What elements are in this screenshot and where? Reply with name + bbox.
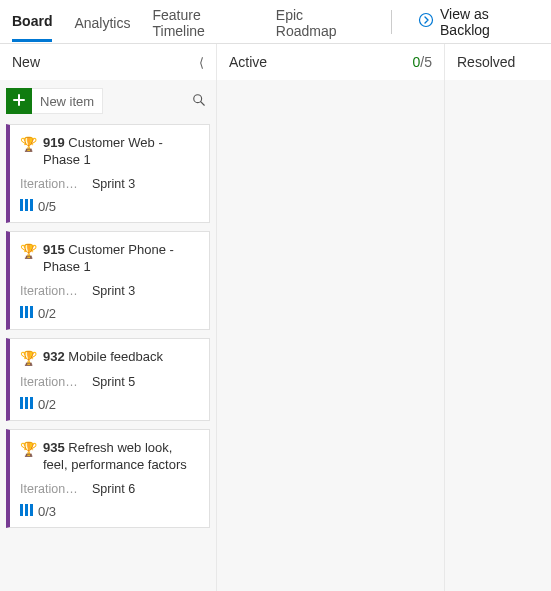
kanban-board: New ⟨ New item 🏆 9 [0,44,551,591]
svg-rect-3 [25,199,28,211]
tab-board[interactable]: Board [12,1,52,42]
work-item-card[interactable]: 🏆 915 Customer Phone - Phase 1 Iteration… [6,231,210,330]
column-active-body[interactable] [217,80,444,591]
add-item-button[interactable] [6,88,32,114]
view-as-backlog-button[interactable]: View as Backlog [418,6,539,38]
view-as-backlog-label: View as Backlog [440,6,539,38]
new-item-label[interactable]: New item [32,88,103,114]
columns-icon [20,397,34,411]
tab-divider [391,10,392,34]
search-button[interactable] [192,93,206,110]
column-new: New ⟨ New item 🏆 9 [0,44,217,591]
svg-rect-6 [25,306,28,318]
wip-indicator: 0/5 [413,54,432,70]
trophy-icon: 🏆 [20,349,37,367]
trophy-icon: 🏆 [20,242,37,260]
svg-rect-2 [20,199,23,211]
svg-rect-12 [25,504,28,516]
column-resolved-body[interactable] [445,80,551,591]
columns-icon [20,199,34,213]
column-active: Active 0/5 [217,44,445,591]
arrow-right-circle-icon [418,12,434,31]
svg-point-0 [420,14,433,27]
collapse-column-button[interactable]: ⟨ [199,55,204,70]
plus-icon [12,93,26,110]
work-item-id: 915 [43,242,65,257]
wip-limit: /5 [420,54,432,70]
iteration-label: Iteration ... [20,177,78,191]
iteration-value: Sprint 6 [92,482,135,496]
column-active-title: Active [229,54,267,70]
column-new-header: New ⟨ [0,44,216,80]
svg-rect-9 [25,397,28,409]
tab-analytics[interactable]: Analytics [74,3,130,41]
work-item-card[interactable]: 🏆 935 Refresh web look, feel, performanc… [6,429,210,528]
new-item-row: New item [6,86,210,116]
iteration-value: Sprint 3 [92,177,135,191]
work-item-card[interactable]: 🏆 932 Mobile feedback Iteration ... Spri… [6,338,210,421]
progress-count: 0/2 [38,306,56,321]
work-item-id: 919 [43,135,65,150]
trophy-icon: 🏆 [20,135,37,153]
work-item-card[interactable]: 🏆 919 Customer Web - Phase 1 Iteration .… [6,124,210,223]
iteration-label: Iteration ... [20,284,78,298]
column-active-header: Active 0/5 [217,44,444,80]
column-new-title: New [12,54,40,70]
tab-epic-roadmap[interactable]: Epic Roadmap [276,0,365,49]
iteration-value: Sprint 5 [92,375,135,389]
columns-icon [20,306,34,320]
progress-count: 0/2 [38,397,56,412]
svg-rect-13 [30,504,33,516]
iteration-value: Sprint 3 [92,284,135,298]
column-resolved: Resolved [445,44,551,591]
progress-count: 0/5 [38,199,56,214]
column-resolved-header: Resolved [445,44,551,80]
svg-rect-11 [20,504,23,516]
iteration-label: Iteration ... [20,375,78,389]
search-icon [192,95,206,110]
trophy-icon: 🏆 [20,440,37,458]
progress-count: 0/3 [38,504,56,519]
svg-rect-5 [20,306,23,318]
svg-rect-7 [30,306,33,318]
work-item-title: Mobile feedback [68,349,163,364]
svg-rect-10 [30,397,33,409]
tab-bar: Board Analytics Feature Timeline Epic Ro… [0,0,551,44]
work-item-id: 935 [43,440,65,455]
svg-rect-8 [20,397,23,409]
column-resolved-title: Resolved [457,54,515,70]
column-new-body: New item 🏆 919 Customer Web - Phase 1 It… [0,80,216,591]
columns-icon [20,504,34,518]
svg-rect-4 [30,199,33,211]
work-item-id: 932 [43,349,65,364]
iteration-label: Iteration ... [20,482,78,496]
work-item-title: Refresh web look, feel, performance fact… [43,440,187,472]
tab-feature-timeline[interactable]: Feature Timeline [152,0,253,49]
